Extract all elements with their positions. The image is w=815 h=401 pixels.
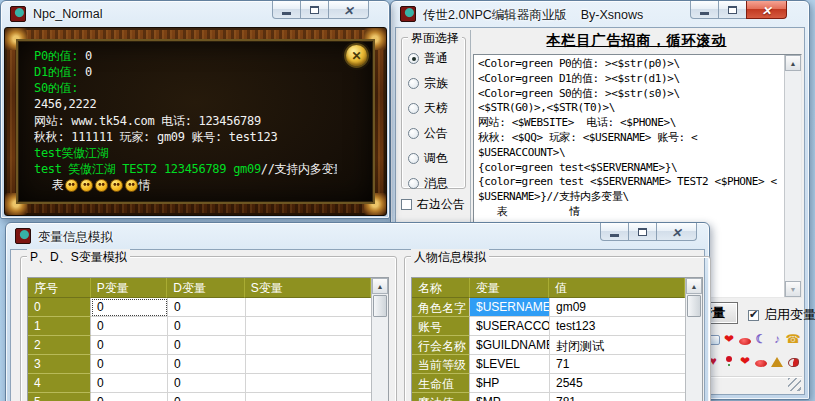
close-button[interactable] bbox=[328, 1, 369, 19]
column-header[interactable]: D变量 bbox=[167, 278, 245, 298]
s-variable-cell[interactable] bbox=[246, 355, 373, 374]
info-table-header: 名称 变量 值 bbox=[412, 278, 702, 298]
value-cell[interactable]: gm09 bbox=[550, 298, 687, 317]
d-variable-cell[interactable]: 0 bbox=[168, 336, 246, 355]
minimize-button[interactable] bbox=[272, 1, 301, 19]
radio-ranking[interactable]: 天榜 bbox=[408, 100, 448, 117]
variable-cell[interactable]: $LEVEL bbox=[470, 355, 550, 374]
lips-icon[interactable] bbox=[754, 354, 768, 368]
close-button[interactable] bbox=[656, 223, 697, 241]
maximize-button[interactable] bbox=[300, 1, 329, 19]
npc-line: 2456,2222 bbox=[34, 97, 337, 113]
variable-cell[interactable]: $USERNAME bbox=[470, 298, 550, 317]
editor-titlebar[interactable]: 传世2.0NPC编辑器商业版By-Xsnows bbox=[391, 1, 809, 27]
p-variable-cell[interactable]: 0 bbox=[91, 374, 168, 393]
s-variable-cell[interactable] bbox=[246, 374, 373, 393]
variable-cell[interactable]: $GUILDNAME bbox=[470, 336, 550, 355]
radio-icon bbox=[408, 178, 419, 189]
minimize-button[interactable] bbox=[600, 223, 629, 241]
d-variable-cell[interactable]: 0 bbox=[168, 355, 246, 374]
s-variable-cell[interactable] bbox=[246, 298, 373, 317]
editor-byline-text: By-Xsnows bbox=[581, 8, 644, 22]
npc-line: 秋秋: 111111 玩家: gm09 账号: test123 bbox=[34, 129, 337, 145]
s-variable-cell[interactable] bbox=[246, 317, 373, 336]
column-header[interactable]: S变量 bbox=[245, 278, 371, 298]
ad-marquee-link[interactable]: 本栏目广告招商，循环滚动 bbox=[471, 32, 802, 53]
enable-variables-checkbox[interactable]: 启用变量 bbox=[748, 306, 815, 324]
smiley-icon bbox=[80, 179, 93, 192]
value-cell[interactable]: test123 bbox=[550, 317, 687, 336]
caption-buttons bbox=[691, 1, 787, 19]
d-variable-cell[interactable]: 0 bbox=[168, 317, 246, 336]
editor-scrollbar[interactable] bbox=[784, 55, 801, 297]
d-variable-cell[interactable]: 0 bbox=[168, 374, 246, 393]
scroll-down-button[interactable] bbox=[785, 281, 801, 297]
smiley-icon bbox=[125, 179, 138, 192]
caption-buttons bbox=[273, 1, 369, 19]
lips-icon[interactable] bbox=[738, 332, 752, 346]
variables-window: 变量信息模拟 P、D、S变量模拟 序号 P变量 D变量 S变量 0 0 bbox=[5, 222, 710, 401]
heart-icon[interactable] bbox=[722, 332, 736, 346]
variable-cell[interactable]: $HP bbox=[470, 374, 550, 393]
pds-group-label: P、D、S变量模拟 bbox=[27, 249, 130, 266]
radio-message[interactable]: 消息 bbox=[408, 175, 448, 192]
radio-label: 公告 bbox=[424, 125, 448, 142]
heart-icon[interactable] bbox=[738, 354, 752, 368]
phone-icon[interactable] bbox=[786, 332, 800, 346]
value-cell[interactable]: 2545 bbox=[550, 374, 687, 393]
rose-icon[interactable] bbox=[722, 354, 736, 368]
variable-cell[interactable]: $USERACCOUNT bbox=[470, 317, 550, 336]
scroll-thumb[interactable] bbox=[687, 295, 701, 317]
editor-window-title: 传世2.0NPC编辑器商业版By-Xsnows bbox=[423, 7, 643, 24]
p-variable-cell[interactable]: 0 bbox=[91, 317, 168, 336]
p-variable-cell[interactable]: 0 bbox=[91, 298, 168, 317]
pds-table-scrollbar[interactable] bbox=[371, 278, 388, 401]
radio-notice[interactable]: 公告 bbox=[408, 125, 448, 142]
character-info-table: 名称 变量 值 角色名字 $USERNAME gm09 账号 $USERACCO… bbox=[411, 277, 703, 401]
scroll-up-button[interactable] bbox=[686, 278, 702, 294]
npc-preview-window: Npc_Normal P0的值: 0 D1的值: 0 S0的值: 2456,22… bbox=[0, 0, 390, 219]
p-variable-cell[interactable]: 0 bbox=[91, 393, 168, 401]
maximize-button[interactable] bbox=[718, 1, 747, 19]
radio-label: 调色 bbox=[424, 150, 448, 167]
d-variable-cell[interactable]: 0 bbox=[168, 298, 246, 317]
minimize-button[interactable] bbox=[690, 1, 719, 19]
radio-normal[interactable]: 普通 bbox=[408, 50, 448, 67]
column-header[interactable]: 变量 bbox=[470, 278, 549, 298]
s-variable-cell[interactable] bbox=[246, 336, 373, 355]
resize-grip[interactable] bbox=[788, 378, 801, 391]
variable-cell[interactable]: $MP bbox=[470, 393, 550, 401]
npc-dialog-close-button[interactable] bbox=[344, 43, 369, 68]
close-button[interactable] bbox=[746, 1, 787, 19]
music-note-icon[interactable] bbox=[770, 332, 784, 346]
radio-icon bbox=[408, 153, 419, 164]
column-header[interactable]: 序号 bbox=[28, 278, 91, 298]
maximize-button[interactable] bbox=[628, 223, 657, 241]
scroll-thumb[interactable] bbox=[373, 295, 387, 317]
moon-icon[interactable] bbox=[754, 332, 768, 346]
maximize-icon bbox=[728, 6, 737, 14]
d-variable-cell[interactable]: 0 bbox=[168, 393, 246, 401]
variables-window-body: P、D、S变量模拟 序号 P变量 D变量 S变量 0 0 0 1 0 bbox=[10, 249, 705, 401]
info-table-scrollbar[interactable] bbox=[685, 278, 702, 401]
variables-titlebar[interactable]: 变量信息模拟 bbox=[6, 223, 709, 249]
p-variable-cell[interactable]: 0 bbox=[91, 336, 168, 355]
radio-palette[interactable]: 调色 bbox=[408, 150, 448, 167]
value-cell[interactable]: 71 bbox=[550, 355, 687, 374]
table-row: 魔法值 $MP 781 bbox=[412, 393, 702, 401]
column-header[interactable]: P变量 bbox=[91, 278, 168, 298]
radio-clan[interactable]: 宗族 bbox=[408, 75, 448, 92]
gold-swirl-icon[interactable] bbox=[770, 354, 784, 368]
scroll-up-button[interactable] bbox=[785, 55, 801, 71]
bird-icon[interactable] bbox=[786, 354, 800, 368]
s-variable-cell[interactable] bbox=[246, 393, 373, 401]
app-icon bbox=[15, 228, 31, 244]
value-cell[interactable]: 781 bbox=[550, 393, 687, 401]
column-header[interactable]: 值 bbox=[549, 278, 685, 298]
column-header[interactable]: 名称 bbox=[412, 278, 470, 298]
npc-titlebar[interactable]: Npc_Normal bbox=[1, 1, 389, 27]
scroll-up-button[interactable] bbox=[372, 278, 388, 294]
right-notice-checkbox[interactable]: 右边公告 bbox=[401, 196, 465, 213]
p-variable-cell[interactable]: 0 bbox=[91, 355, 168, 374]
value-cell[interactable]: 封闭测试 bbox=[550, 336, 687, 355]
